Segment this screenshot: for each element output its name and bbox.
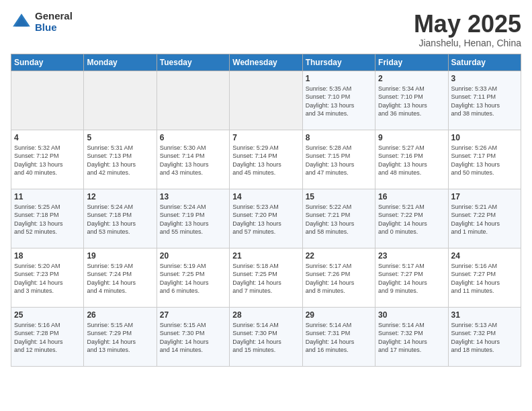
cell-content: Sunrise: 5:24 AM Sunset: 7:19 PM Dayligh…: [160, 203, 226, 236]
day-number: 23: [378, 251, 445, 261]
logo-icon: [11, 11, 32, 33]
day-number: 9: [378, 133, 445, 142]
header-monday: Monday: [84, 54, 157, 71]
cell-content: Sunrise: 5:15 AM Sunset: 7:30 PM Dayligh…: [160, 321, 226, 355]
week-row-1: 1Sunrise: 5:35 AM Sunset: 7:10 PM Daylig…: [11, 71, 521, 130]
cell-content: Sunrise: 5:31 AM Sunset: 7:13 PM Dayligh…: [87, 144, 153, 177]
calendar-cell: 16Sunrise: 5:21 AM Sunset: 7:22 PM Dayli…: [375, 189, 448, 248]
cell-content: Sunrise: 5:16 AM Sunset: 7:27 PM Dayligh…: [451, 262, 518, 295]
day-number: 11: [14, 192, 81, 201]
cell-content: Sunrise: 5:18 AM Sunset: 7:25 PM Dayligh…: [232, 262, 299, 295]
cell-content: Sunrise: 5:20 AM Sunset: 7:23 PM Dayligh…: [14, 262, 81, 295]
calendar-cell: 10Sunrise: 5:26 AM Sunset: 7:17 PM Dayli…: [448, 130, 521, 189]
cell-content: Sunrise: 5:25 AM Sunset: 7:18 PM Dayligh…: [14, 203, 81, 236]
calendar-body: 1Sunrise: 5:35 AM Sunset: 7:10 PM Daylig…: [11, 71, 521, 366]
cell-content: Sunrise: 5:23 AM Sunset: 7:20 PM Dayligh…: [232, 203, 299, 236]
title-block: May 2025 Jianshelu, Henan, China: [414, 11, 521, 48]
day-number: 13: [160, 192, 226, 201]
cell-content: Sunrise: 5:13 AM Sunset: 7:32 PM Dayligh…: [451, 321, 518, 355]
day-number: 10: [451, 133, 518, 142]
calendar-cell: 11Sunrise: 5:25 AM Sunset: 7:18 PM Dayli…: [11, 189, 84, 248]
cell-content: Sunrise: 5:24 AM Sunset: 7:18 PM Dayligh…: [87, 203, 153, 236]
logo-blue-text: Blue: [35, 22, 73, 34]
calendar-cell: 30Sunrise: 5:14 AM Sunset: 7:32 PM Dayli…: [375, 307, 448, 366]
cell-content: Sunrise: 5:22 AM Sunset: 7:21 PM Dayligh…: [306, 203, 372, 236]
week-row-3: 11Sunrise: 5:25 AM Sunset: 7:18 PM Dayli…: [11, 189, 521, 248]
month-title: May 2025: [414, 11, 521, 38]
day-number: 19: [87, 251, 153, 261]
calendar-cell: 24Sunrise: 5:16 AM Sunset: 7:27 PM Dayli…: [448, 248, 521, 307]
cell-content: Sunrise: 5:15 AM Sunset: 7:29 PM Dayligh…: [87, 321, 153, 355]
calendar-cell: 8Sunrise: 5:28 AM Sunset: 7:15 PM Daylig…: [302, 130, 375, 189]
calendar-cell: 26Sunrise: 5:15 AM Sunset: 7:29 PM Dayli…: [84, 307, 157, 366]
day-number: 12: [87, 192, 153, 201]
day-number: 7: [232, 133, 299, 142]
cell-content: Sunrise: 5:30 AM Sunset: 7:14 PM Dayligh…: [160, 144, 226, 177]
cell-content: Sunrise: 5:33 AM Sunset: 7:11 PM Dayligh…: [451, 85, 518, 118]
cell-content: Sunrise: 5:28 AM Sunset: 7:15 PM Dayligh…: [306, 144, 372, 177]
cell-content: Sunrise: 5:35 AM Sunset: 7:10 PM Dayligh…: [306, 85, 372, 118]
calendar-cell: 15Sunrise: 5:22 AM Sunset: 7:21 PM Dayli…: [302, 189, 375, 248]
day-number: 4: [14, 133, 81, 142]
location-text: Jianshelu, Henan, China: [414, 38, 521, 48]
calendar-cell: [11, 71, 84, 130]
calendar-cell: 3Sunrise: 5:33 AM Sunset: 7:11 PM Daylig…: [448, 71, 521, 130]
calendar-cell: 28Sunrise: 5:14 AM Sunset: 7:30 PM Dayli…: [230, 307, 302, 366]
calendar-cell: 27Sunrise: 5:15 AM Sunset: 7:30 PM Dayli…: [157, 307, 229, 366]
cell-content: Sunrise: 5:29 AM Sunset: 7:14 PM Dayligh…: [232, 144, 299, 177]
day-number: 29: [306, 310, 372, 320]
day-number: 16: [378, 192, 445, 201]
calendar-cell: [157, 71, 229, 130]
header-thursday: Thursday: [302, 54, 375, 71]
week-row-2: 4Sunrise: 5:32 AM Sunset: 7:12 PM Daylig…: [11, 130, 521, 189]
page-header: General Blue May 2025 Jianshelu, Henan, …: [11, 11, 521, 48]
calendar-cell: 13Sunrise: 5:24 AM Sunset: 7:19 PM Dayli…: [157, 189, 229, 248]
calendar-cell: 5Sunrise: 5:31 AM Sunset: 7:13 PM Daylig…: [84, 130, 157, 189]
calendar-cell: 1Sunrise: 5:35 AM Sunset: 7:10 PM Daylig…: [302, 71, 375, 130]
day-number: 18: [14, 251, 81, 261]
day-number: 21: [232, 251, 299, 261]
calendar-cell: [84, 71, 157, 130]
day-number: 24: [451, 251, 518, 261]
calendar-header: SundayMondayTuesdayWednesdayThursdayFrid…: [11, 54, 521, 71]
day-number: 30: [378, 310, 445, 320]
cell-content: Sunrise: 5:19 AM Sunset: 7:24 PM Dayligh…: [87, 262, 153, 295]
calendar-cell: 29Sunrise: 5:14 AM Sunset: 7:31 PM Dayli…: [302, 307, 375, 366]
day-number: 27: [160, 310, 226, 320]
day-number: 14: [232, 192, 299, 201]
header-row: SundayMondayTuesdayWednesdayThursdayFrid…: [11, 54, 521, 71]
logo: General Blue: [11, 11, 73, 33]
calendar-cell: 21Sunrise: 5:18 AM Sunset: 7:25 PM Dayli…: [230, 248, 302, 307]
day-number: 28: [232, 310, 299, 320]
cell-content: Sunrise: 5:27 AM Sunset: 7:16 PM Dayligh…: [378, 144, 445, 177]
calendar-cell: 7Sunrise: 5:29 AM Sunset: 7:14 PM Daylig…: [230, 130, 302, 189]
day-number: 20: [160, 251, 226, 261]
cell-content: Sunrise: 5:26 AM Sunset: 7:17 PM Dayligh…: [451, 144, 518, 177]
calendar-cell: 4Sunrise: 5:32 AM Sunset: 7:12 PM Daylig…: [11, 130, 84, 189]
calendar-cell: 6Sunrise: 5:30 AM Sunset: 7:14 PM Daylig…: [157, 130, 229, 189]
day-number: 15: [306, 192, 372, 201]
day-number: 31: [451, 310, 518, 320]
header-saturday: Saturday: [448, 54, 521, 71]
week-row-5: 25Sunrise: 5:16 AM Sunset: 7:28 PM Dayli…: [11, 307, 521, 366]
calendar-cell: 17Sunrise: 5:21 AM Sunset: 7:22 PM Dayli…: [448, 189, 521, 248]
calendar-cell: 25Sunrise: 5:16 AM Sunset: 7:28 PM Dayli…: [11, 307, 84, 366]
cell-content: Sunrise: 5:17 AM Sunset: 7:27 PM Dayligh…: [378, 262, 445, 295]
calendar-cell: 23Sunrise: 5:17 AM Sunset: 7:27 PM Dayli…: [375, 248, 448, 307]
header-friday: Friday: [375, 54, 448, 71]
calendar-cell: 31Sunrise: 5:13 AM Sunset: 7:32 PM Dayli…: [448, 307, 521, 366]
cell-content: Sunrise: 5:14 AM Sunset: 7:31 PM Dayligh…: [306, 321, 372, 355]
cell-content: Sunrise: 5:21 AM Sunset: 7:22 PM Dayligh…: [378, 203, 445, 236]
logo-text: General Blue: [35, 11, 73, 33]
calendar-cell: 2Sunrise: 5:34 AM Sunset: 7:10 PM Daylig…: [375, 71, 448, 130]
week-row-4: 18Sunrise: 5:20 AM Sunset: 7:23 PM Dayli…: [11, 248, 521, 307]
day-number: 25: [14, 310, 81, 320]
day-number: 6: [160, 133, 226, 142]
cell-content: Sunrise: 5:19 AM Sunset: 7:25 PM Dayligh…: [160, 262, 226, 295]
day-number: 26: [87, 310, 153, 320]
logo-general-text: General: [35, 11, 73, 22]
cell-content: Sunrise: 5:17 AM Sunset: 7:26 PM Dayligh…: [306, 262, 372, 295]
cell-content: Sunrise: 5:14 AM Sunset: 7:32 PM Dayligh…: [378, 321, 445, 355]
calendar-cell: 20Sunrise: 5:19 AM Sunset: 7:25 PM Dayli…: [157, 248, 229, 307]
header-tuesday: Tuesday: [157, 54, 229, 71]
